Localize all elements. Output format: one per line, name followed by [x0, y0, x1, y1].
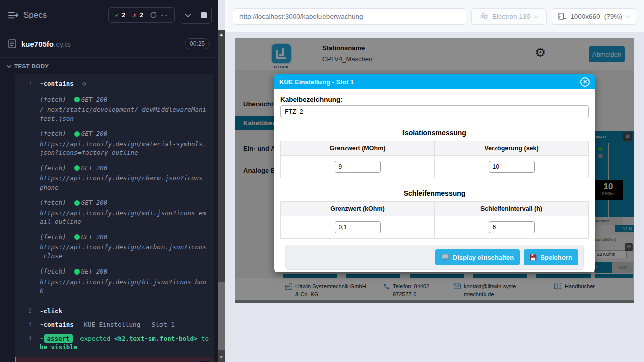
kabelueberwachung-app: LITTWIN Stationsname CPLV4_Maschen ⚙ Abm… [235, 38, 634, 303]
save-floppy-icon [530, 254, 537, 261]
spec-row[interactable]: kue705fo.cy.ts 00:25 [0, 30, 218, 58]
fetch-log-entry: (fetch)GET 200 https://api.iconify.desig… [40, 233, 210, 261]
command-row-contains-failed[interactable]: 5 -contains × 0 [15, 357, 214, 362]
col-verzoegerung-sek: Verzögerung (sek) [435, 141, 589, 156]
chevron-down-icon [625, 13, 630, 18]
command-row-assert[interactable]: 4 -assert expected <h2.text-sm.font-bold… [15, 332, 214, 354]
fetch-log-entry: (fetch)GET 200 https://api.iconify.desig… [40, 164, 210, 192]
specs-title[interactable]: Specs [23, 10, 47, 20]
modal-body: Kabelbezeichnung: Isolationsmessung Gren… [274, 89, 595, 270]
kabelbezeichnung-input[interactable] [280, 105, 589, 118]
command-log: 1 -contains ⚙ (fetch)GET 200 /_next/stat… [15, 74, 214, 362]
kabelbezeichnung-label: Kabelbezeichnung: [280, 96, 589, 103]
app-frame: LITTWIN Stationsname CPLV4_Maschen ⚙ Abm… [235, 38, 634, 303]
verzoegerung-sek-input[interactable] [489, 161, 535, 173]
reporter-header: Specs ✓2 ✗2 -- [0, 0, 218, 30]
col-schleifenintervall-h: Schleifenintervall (h) [435, 202, 589, 216]
status-ok-dot [74, 97, 80, 102]
status-ok-dot [74, 234, 80, 240]
display-einschalten-button[interactable]: Display einschalten [435, 249, 520, 265]
scroll-down-arrow[interactable] [219, 356, 223, 359]
monitor-icon [441, 254, 449, 261]
chevron-down-icon [185, 11, 191, 18]
scroll-up-arrow[interactable] [219, 33, 223, 36]
modal-title: KUE Einstellung - Slot 1 [279, 78, 354, 86]
modal-footer: Display einschalten Speichern [285, 245, 584, 270]
status-ok-dot [74, 200, 80, 206]
fetch-log-entry: (fetch)GET 200 /_next/static/development… [40, 95, 210, 123]
fetch-log-entry: (fetch)GET 200 https://api.iconify.desig… [40, 129, 210, 157]
pending-circle-icon [150, 12, 157, 18]
grenzwert-mohm-input[interactable] [335, 161, 381, 173]
collapse-all-button[interactable] [180, 7, 196, 23]
cross-icon: ✗ [133, 11, 137, 19]
reporter-scrollbar[interactable] [218, 30, 225, 362]
col-grenzwert-mohm: Grenzwert (MOhm) [281, 141, 435, 156]
stat-pending: -- [150, 11, 168, 19]
command-row-click[interactable]: 2 -click [15, 304, 214, 318]
schleifenmessung-title: Schleifenmessung [280, 189, 589, 197]
modal-header: KUE Einstellung - Slot 1 × [274, 74, 595, 89]
kue-settings-modal: KUE Einstellung - Slot 1 × Kabelbezeichn… [274, 74, 595, 272]
close-icon[interactable]: × [580, 77, 590, 87]
spec-file-icon [8, 39, 16, 48]
aut-topbar: Electron 130 1000x660 (79%) [225, 0, 644, 32]
test-stats: ✓2 ✗2 -- [108, 7, 175, 23]
check-icon: ✓ [115, 11, 119, 19]
status-ok-dot [74, 131, 80, 137]
cypress-reporter: Specs ✓2 ✗2 -- kue705fo.cy.ts 00:25 TEST… [0, 0, 218, 362]
run-controls [180, 7, 212, 24]
stat-passed: ✓2 [115, 11, 126, 19]
scrollbar-thumb[interactable] [218, 282, 225, 350]
chevron-down-icon [7, 63, 12, 68]
chevron-down-icon [533, 13, 538, 18]
url-bar [233, 8, 466, 25]
spec-duration-badge: 00:25 [185, 38, 210, 49]
grenzwert-kohm-input[interactable] [335, 221, 381, 233]
assert-target: <h2.text-sm.font-bold> [114, 335, 198, 342]
browser-select[interactable]: Electron 130 [471, 8, 547, 25]
col-grenzwert-kohm: Grenzwert (kOhm) [281, 202, 435, 216]
fetch-log-entry: (fetch)GET 200 https://api.iconify.desig… [40, 198, 210, 226]
spec-extension: .cy.ts [54, 40, 71, 48]
command-row-contains[interactable]: 1 -contains ⚙ (fetch)GET 200 /_next/stat… [15, 77, 214, 304]
specs-menu-icon[interactable] [8, 11, 18, 19]
viewport-select[interactable]: 1000x660 (79%) [552, 8, 636, 25]
fetch-log-entry: (fetch)GET 200 https://api.iconify.desig… [40, 267, 210, 295]
schleifenmessung-table: Grenzwert (kOhm) Schleifenintervall (h) [280, 201, 589, 239]
status-ok-dot [74, 269, 80, 275]
ruler-icon [558, 13, 566, 20]
stop-button[interactable] [196, 7, 211, 23]
command-message: KUE Einstellung - Slot 1 [84, 321, 175, 328]
url-input[interactable] [234, 13, 465, 20]
assert-chip: assert [44, 334, 73, 343]
stop-icon [201, 12, 207, 18]
aut-pane: Electron 130 1000x660 (79%) [225, 0, 644, 362]
isolationsmessung-table: Grenzwert (MOhm) Verzögerung (sek) [280, 141, 589, 178]
schleifenintervall-input[interactable] [489, 221, 535, 233]
electron-icon [480, 13, 488, 20]
speichern-button[interactable]: Speichern [524, 249, 578, 265]
spec-name: kue705fo.cy.ts [21, 40, 71, 48]
command-options-gear-icon: ⚙ [82, 80, 86, 87]
stat-failed: ✗2 [133, 11, 144, 19]
command-row-contains-slot[interactable]: 3 -contains KUE Einstellung - Slot 1 [15, 318, 214, 332]
test-body-toggle[interactable]: TEST BODY [0, 58, 218, 73]
status-ok-dot [74, 165, 80, 171]
isolationsmessung-title: Isolationsmessung [280, 129, 589, 137]
